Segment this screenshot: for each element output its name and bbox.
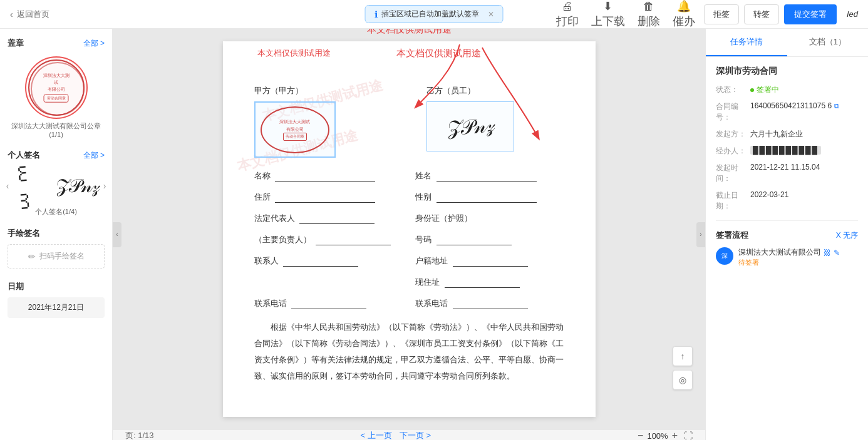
zoom-out-button[interactable]: − bbox=[638, 430, 643, 440]
scroll-up-button[interactable]: ↑ bbox=[673, 346, 693, 366]
party-a-label: 甲方（甲方） bbox=[254, 85, 392, 96]
divider bbox=[716, 220, 858, 221]
field-surname-b: 姓名 bbox=[415, 170, 564, 182]
download-button[interactable]: ⬇ 上下载 bbox=[587, 0, 629, 31]
sign-flow-item: 深 深圳法大大测试有限公司 ⛓ ✎ 待签署 bbox=[716, 247, 858, 267]
stamp-item[interactable]: 深圳法大大测试有限公司 劳动合同章 深圳法大大测试有限公司公章(1/1) bbox=[0, 53, 112, 142]
date-value: 2021年12月21日 bbox=[8, 297, 105, 318]
action-buttons: 🖨 打印 ⬇ 上下载 🗑 删除 🔔 催办 拒签 转签 提交签署 bbox=[552, 0, 837, 31]
expand-left-button[interactable]: ‹ bbox=[113, 222, 121, 247]
submit-sign-button[interactable]: 提交签署 bbox=[784, 4, 837, 24]
handwritten-add-button[interactable]: ✏ 扫码手绘签名 bbox=[8, 244, 105, 269]
form-row-name: 名称 姓名 bbox=[254, 170, 564, 182]
field-id-num-b: 号码 bbox=[415, 234, 564, 245]
company-stamp: 深圳法大大测试有限公司 劳动合同章 bbox=[25, 56, 88, 119]
form-row-legal: 法定代表人 身份证（护照） bbox=[254, 213, 564, 224]
date-title: 日期 bbox=[8, 281, 105, 292]
expand-right-button[interactable]: › bbox=[696, 222, 705, 247]
back-label: 返回首页 bbox=[17, 9, 49, 20]
download-icon: ⬇ bbox=[603, 0, 612, 13]
back-arrow-icon: ‹ bbox=[10, 9, 13, 19]
sign-flow-link[interactable]: X 无序 bbox=[836, 230, 858, 241]
right-sidebar: 任务详情 文档（1） 深圳市劳动合同 状态： 签署中 合同编号： 1640056… bbox=[705, 29, 868, 440]
sign-flow-title: 签署流程 bbox=[716, 230, 748, 241]
field-phone-a: 联系电话 bbox=[254, 298, 403, 309]
field-gender-b: 性别 bbox=[415, 192, 564, 203]
remind-icon: 🔔 bbox=[677, 0, 691, 13]
zoom-controls: − 100% + ⛶ bbox=[638, 430, 693, 440]
form-fields: 名称 姓名 住所 性别 bbox=[254, 170, 564, 309]
stamp-all-button[interactable]: 全部 > bbox=[83, 38, 105, 49]
form-row-address: 住所 性别 bbox=[254, 192, 564, 203]
sign-flow-section-header: 签署流程 X 无序 bbox=[716, 230, 858, 241]
form-row-contact: 联系人 户籍地址 bbox=[254, 255, 564, 267]
fullscreen-icon[interactable]: ⛶ bbox=[684, 431, 693, 440]
personal-sig-all-button[interactable]: 全部 > bbox=[83, 150, 105, 161]
document-body-text: 根据《中华人民共和国劳动法》（以下简称《劳动法》）、《中华人民共和国劳动合同法》… bbox=[254, 319, 564, 384]
pen-icon: ✏ bbox=[28, 252, 36, 262]
svg-point-0 bbox=[31, 63, 84, 115]
sign-edit-icon[interactable]: ✎ bbox=[834, 248, 840, 257]
page-nav-buttons: < 上一页 下一页 > bbox=[361, 430, 431, 440]
sign-flow-info: 深圳法大大测试有限公司 ⛓ ✎ 待签署 bbox=[738, 247, 858, 267]
info-row-status: 状态： 签署中 bbox=[716, 84, 858, 95]
manager-label: 经办人： bbox=[716, 146, 750, 156]
tab-task-details[interactable]: 任务详情 bbox=[706, 29, 787, 56]
field-legal-rep: 法定代表人 bbox=[254, 213, 403, 224]
sig-image[interactable]: ꒰꒱ 𝒵𝒫𝓃𝓏 bbox=[13, 167, 100, 205]
party-a-sig-box: 甲方（甲方） 深圳法大大测试有限公司 劳动合同章 bbox=[254, 85, 392, 158]
notification-area: ℹ 插宝区域已自动加盖默认签章 ✕ bbox=[365, 5, 504, 23]
remind-button[interactable]: 🔔 催办 bbox=[669, 0, 699, 31]
main-layout: 盖章 全部 > 深圳法大大测试有限公司 劳动合同章 bbox=[0, 29, 868, 440]
topbar-actions: 🖨 打印 ⬇ 上下载 🗑 删除 🔔 催办 拒签 转签 提交签署 Ied bbox=[552, 0, 858, 31]
stamp-label: 深圳法大大测试有限公司公章(1/1) bbox=[8, 121, 105, 138]
tab-document[interactable]: 文档（1） bbox=[787, 29, 869, 56]
topbar: ‹ 返回首页 ℹ 插宝区域已自动加盖默认签章 ✕ 🖨 打印 ⬇ 上下载 🗑 删除… bbox=[0, 0, 868, 29]
party-a-stamp[interactable]: 深圳法大大测试有限公司 劳动合同章 bbox=[254, 101, 336, 158]
field-main-resp: （主要负责人） bbox=[254, 234, 403, 245]
doc-annotation-inner-text: 本文档仅供测试用途 bbox=[257, 48, 331, 58]
status-value: 签署中 bbox=[750, 84, 779, 95]
contract-no-label: 合同编号： bbox=[716, 101, 750, 123]
print-icon: 🖨 bbox=[562, 0, 573, 13]
doc-annotation-inner: 本文档仅供测试用途 bbox=[257, 48, 331, 59]
copy-icon[interactable]: ⧉ bbox=[834, 102, 839, 110]
info-row-manager: 经办人： ██████████ bbox=[716, 146, 858, 156]
next-page-button[interactable]: 下一页 > bbox=[400, 430, 431, 440]
status-text: 签署中 bbox=[757, 84, 779, 95]
target-icon: ◎ bbox=[679, 375, 686, 385]
stamp-section-title: 盖章 bbox=[8, 38, 24, 49]
info-row-start-time: 发起时间： 2021-12-21 11.15.04 bbox=[716, 163, 858, 184]
document-page: 本文档仅供测试用途 本文档仅供测试用途 本文档仅供测试用途 本文档仅供测试用途 … bbox=[223, 41, 596, 417]
field-address-a: 住所 bbox=[254, 192, 403, 203]
sig-scribble: ꒰꒱ bbox=[10, 156, 60, 215]
doc-area: ‹ › 本文档仅供测试用途 ↑ ◎ bbox=[113, 29, 705, 440]
contract-title: 深圳市劳动合同 bbox=[716, 66, 858, 77]
party-b-sig-box: 乙方（员工） 𝒵𝒫𝓃𝓏 bbox=[426, 85, 564, 158]
zoom-in-button[interactable]: + bbox=[672, 430, 678, 440]
prev-page-button[interactable]: < 上一页 bbox=[361, 430, 392, 440]
form-row-main-resp: （主要负责人） 号码 bbox=[254, 234, 564, 245]
print-button[interactable]: 🖨 打印 bbox=[552, 0, 582, 31]
handwritten-section: 手绘签名 ✏ 扫码手绘签名 bbox=[0, 225, 112, 271]
delete-button[interactable]: 🗑 删除 bbox=[634, 0, 664, 31]
sig-prev-button[interactable]: ‹ bbox=[3, 181, 13, 191]
sign-flow-action-icons: ⛓ ✎ bbox=[824, 248, 840, 257]
sign-flow-avatar: 深 bbox=[716, 247, 733, 265]
signature-area: 甲方（甲方） 深圳法大大测试有限公司 劳动合同章 乙方（员工） bbox=[254, 85, 564, 158]
notification-close-button[interactable]: ✕ bbox=[488, 10, 494, 19]
page-indicator: 页: 1/13 bbox=[125, 430, 154, 440]
sign-flow-status: 待签署 bbox=[738, 258, 858, 267]
sig-next-button[interactable]: › bbox=[100, 181, 110, 191]
party-b-handwritten-sig[interactable]: 𝒵𝒫𝓃𝓏 bbox=[426, 101, 514, 151]
reject-button[interactable]: 拒签 bbox=[704, 4, 739, 24]
scroll-target-button[interactable]: ◎ bbox=[673, 370, 693, 390]
field-current-addr-b: 现住址 bbox=[415, 277, 564, 288]
sign-link-icon[interactable]: ⛓ bbox=[824, 248, 831, 257]
deadline-label: 截止日期： bbox=[716, 190, 750, 212]
back-button[interactable]: ‹ 返回首页 bbox=[10, 9, 49, 20]
field-phone-b: 联系电话 bbox=[415, 298, 564, 309]
transfer-button[interactable]: 转签 bbox=[744, 4, 779, 24]
handwritten-btn-label: 扫码手绘签名 bbox=[39, 251, 85, 262]
notification-banner: ℹ 插宝区域已自动加盖默认签章 ✕ bbox=[365, 5, 504, 23]
